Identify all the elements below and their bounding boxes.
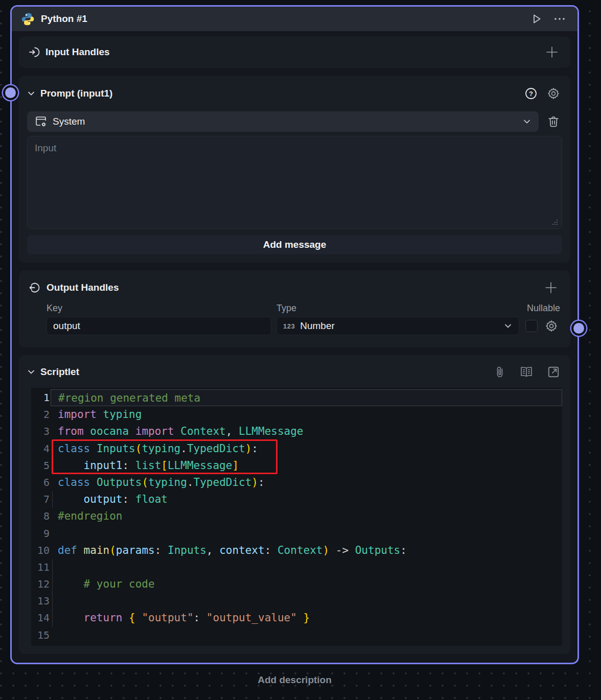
line-number: 2 (31, 406, 50, 423)
code-line-content: class Inputs(typing.TypedDict): (51, 440, 562, 457)
add-output-handle-button[interactable] (542, 278, 560, 297)
code-token (77, 544, 84, 556)
book-open-icon[interactable] (517, 363, 536, 381)
prompt-section: Prompt (input1) ? (19, 76, 570, 263)
code-token: "output_value" (206, 612, 297, 624)
message-role-select[interactable]: System (27, 111, 539, 132)
output-connection-handle[interactable] (573, 323, 584, 334)
chevron-down-icon[interactable] (27, 89, 35, 98)
code-token: float (135, 493, 168, 505)
input-connection-handle[interactable] (5, 87, 16, 98)
resize-grip-icon[interactable] (552, 219, 558, 225)
code-line-content: #region generated meta (51, 389, 562, 406)
paperclip-icon[interactable] (492, 363, 508, 381)
gear-icon[interactable] (545, 85, 562, 102)
code-line: 2import typing (31, 406, 562, 423)
output-handle-gear-icon[interactable] (543, 317, 560, 335)
code-token: } (304, 612, 310, 624)
code-token: . (187, 476, 194, 488)
line-number: 4 (31, 440, 50, 457)
message-role-value: System (53, 116, 85, 127)
line-number: 9 (31, 525, 50, 542)
ellipsis-menu-button[interactable] (551, 11, 568, 27)
code-token: input1 (84, 459, 123, 472)
line-number: 6 (31, 474, 50, 491)
code-line: 8#endregion (31, 508, 562, 525)
code-token: list (135, 459, 161, 472)
code-token: return (84, 612, 123, 624)
line-number: 13 (31, 593, 50, 610)
code-line: 10def main(params: Inputs, context: Cont… (31, 542, 562, 559)
code-line-content: def main(params: Inputs, context: Contex… (51, 542, 562, 559)
add-description-button[interactable]: Add description (10, 674, 579, 686)
window-gear-icon (34, 115, 48, 128)
code-token: ( (109, 544, 116, 556)
code-line-content: import typing (51, 406, 562, 423)
line-number: 14 (31, 610, 50, 626)
code-line-content (51, 627, 562, 644)
code-line: 9 (31, 525, 562, 542)
code-line: 1#region generated meta (31, 389, 562, 406)
code-token: { (129, 612, 135, 624)
external-link-icon[interactable] (545, 363, 562, 381)
scriptlet-title: Scriptlet (40, 366, 79, 378)
prompt-input[interactable]: Input (27, 136, 562, 229)
code-token: [ (161, 459, 168, 472)
code-token: : (122, 493, 135, 505)
code-token: ) (245, 442, 252, 455)
python-node-card[interactable]: Python #1 Input Handles (10, 5, 579, 664)
nullable-checkbox[interactable] (525, 320, 538, 332)
code-token: : (251, 442, 258, 455)
code-line-content: #endregion (51, 508, 562, 525)
add-input-handle-button[interactable] (543, 43, 561, 61)
code-line: 14 return { "output": "output_value" } (31, 610, 562, 626)
code-token: , (206, 544, 219, 556)
code-token: Context (180, 425, 226, 437)
prompt-title: Prompt (input1) (40, 88, 112, 99)
code-line: 15 (31, 627, 562, 644)
code-token: ] (232, 459, 239, 472)
prompt-input-placeholder: Input (35, 143, 56, 153)
code-token: : (258, 476, 265, 488)
code-token: #region generated meta (58, 392, 200, 404)
code-token (58, 578, 84, 590)
output-type-select[interactable]: 123 Number (276, 317, 519, 335)
line-number: 10 (31, 542, 50, 559)
code-token: LLMMessage (239, 425, 303, 437)
code-token: typing (148, 476, 187, 488)
code-token: : (194, 612, 206, 624)
code-token: output (84, 493, 123, 505)
input-handles-title: Input Handles (45, 46, 110, 58)
trash-icon[interactable] (545, 113, 562, 130)
run-button[interactable] (528, 11, 545, 27)
code-line-content: # your code (51, 576, 562, 593)
code-token: TypedDict (194, 476, 252, 488)
help-icon[interactable]: ? (522, 85, 540, 102)
code-token: "output" (142, 612, 193, 624)
line-number: 3 (31, 423, 50, 440)
code-editor[interactable]: 1#region generated meta2import typing3fr… (31, 388, 562, 646)
code-line-content: from oocana import Context, LLMMessage (51, 423, 562, 440)
code-token (297, 612, 304, 624)
code-token: class (58, 442, 90, 455)
node-title: Python #1 (41, 13, 87, 25)
code-token: ( (142, 476, 148, 488)
code-token: ( (135, 442, 142, 455)
code-token (58, 459, 84, 472)
add-message-button[interactable]: Add message (27, 235, 562, 254)
code-token: : (400, 544, 407, 556)
code-token: oocana (90, 425, 129, 437)
code-token (174, 425, 181, 437)
code-line-content: output: float (51, 491, 562, 508)
output-key-input[interactable] (47, 317, 271, 335)
scriptlet-section: Scriptlet (19, 355, 570, 654)
number-123-icon: 123 (283, 322, 295, 330)
line-number: 8 (31, 508, 50, 525)
chevron-down-icon[interactable] (27, 368, 35, 376)
code-line: 7 output: float (31, 491, 562, 508)
code-token: Context (278, 544, 323, 556)
line-number: 5 (31, 457, 50, 474)
code-token (84, 425, 90, 437)
select-chevron-icon (522, 117, 531, 126)
code-token (122, 612, 129, 624)
